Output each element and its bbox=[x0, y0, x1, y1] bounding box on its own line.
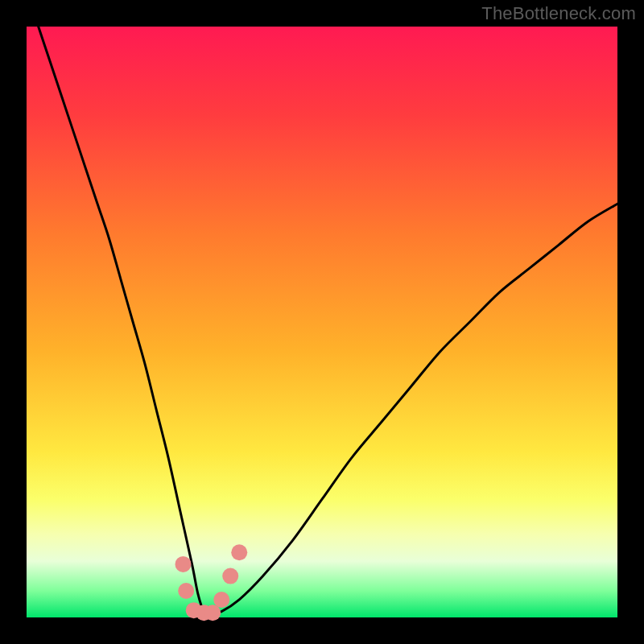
curve-marker bbox=[222, 568, 238, 584]
plot-background bbox=[27, 27, 617, 617]
bottleneck-chart bbox=[0, 0, 644, 644]
chart-frame: TheBottleneck.com bbox=[0, 0, 644, 644]
curve-marker bbox=[175, 556, 192, 572]
curve-marker bbox=[231, 544, 247, 560]
curve-marker bbox=[178, 583, 194, 599]
attribution-text: TheBottleneck.com bbox=[481, 3, 636, 24]
curve-marker bbox=[213, 592, 229, 608]
